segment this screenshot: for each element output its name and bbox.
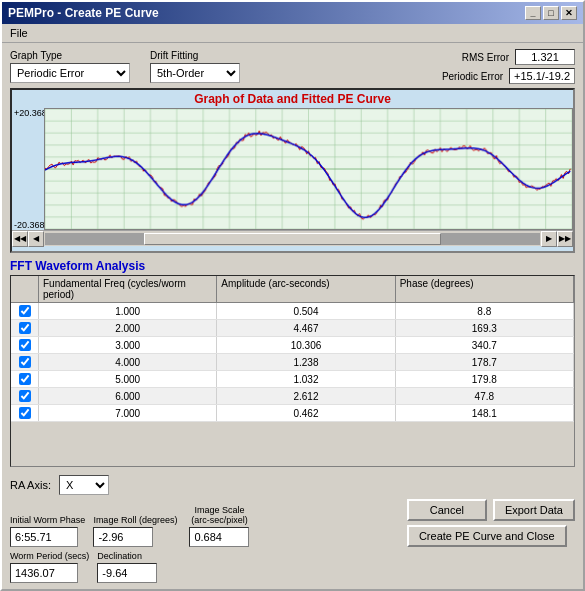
maximize-button[interactable]: □ bbox=[543, 6, 559, 20]
scroll-right-end[interactable]: ▶▶ bbox=[557, 231, 573, 247]
row-freq: 7.000 bbox=[39, 405, 217, 421]
top-controls: Graph Type Periodic Error Drift Fitting … bbox=[10, 49, 575, 84]
graph-type-label: Graph Type bbox=[10, 50, 130, 61]
worm-period-label: Worm Period (secs) bbox=[10, 551, 89, 561]
action-buttons: Cancel Export Data Create PE Curve and C… bbox=[407, 499, 575, 547]
close-button[interactable]: ✕ bbox=[561, 6, 577, 20]
image-roll-group: Image Roll (degrees) bbox=[93, 515, 177, 547]
table-row: 3.000 10.306 340.7 bbox=[11, 337, 574, 354]
row-checkbox[interactable] bbox=[19, 305, 31, 317]
row-freq: 2.000 bbox=[39, 320, 217, 336]
table-row: 7.000 0.462 148.1 bbox=[11, 405, 574, 422]
row-phase: 47.8 bbox=[396, 388, 574, 404]
row-check-cell[interactable] bbox=[11, 354, 39, 370]
row-phase: 8.8 bbox=[396, 303, 574, 319]
row-amplitude: 1.032 bbox=[217, 371, 395, 387]
row-freq: 3.000 bbox=[39, 337, 217, 353]
drift-fitting-group: Drift Fitting 5th-Order bbox=[150, 50, 240, 83]
declination-label: Declination bbox=[97, 551, 157, 561]
worm-period-input[interactable] bbox=[10, 563, 78, 583]
graph-title: Graph of Data and Fitted PE Curve bbox=[12, 90, 573, 108]
export-data-button[interactable]: Export Data bbox=[493, 499, 575, 521]
table-row: 5.000 1.032 179.8 bbox=[11, 371, 574, 388]
worm-phase-input[interactable] bbox=[10, 527, 78, 547]
row-checkbox[interactable] bbox=[19, 373, 31, 385]
row-freq: 1.000 bbox=[39, 303, 217, 319]
row-phase: 178.7 bbox=[396, 354, 574, 370]
graph-section: Graph of Data and Fitted PE Curve +20.36… bbox=[10, 88, 575, 253]
row-phase: 179.8 bbox=[396, 371, 574, 387]
create-pe-curve-button[interactable]: Create PE Curve and Close bbox=[407, 525, 567, 547]
periodic-error-label: Periodic Error bbox=[442, 71, 503, 82]
scroll-right[interactable]: ▶ bbox=[541, 231, 557, 247]
title-bar-buttons: _ □ ✕ bbox=[525, 6, 577, 20]
worm-period-group: Worm Period (secs) bbox=[10, 551, 89, 583]
worm-phase-label: Initial Worm Phase bbox=[10, 515, 85, 525]
graph-scrollbar: ◀◀ ◀ ▶ ▶▶ bbox=[12, 230, 573, 246]
graph-canvas bbox=[44, 108, 573, 230]
row-check-cell[interactable] bbox=[11, 320, 39, 336]
minimize-button[interactable]: _ bbox=[525, 6, 541, 20]
window-title: PEMPro - Create PE Curve bbox=[8, 6, 159, 20]
periodic-error-value: +15.1/-19.2 bbox=[509, 68, 575, 84]
row-phase: 169.3 bbox=[396, 320, 574, 336]
table-row: 4.000 1.238 178.7 bbox=[11, 354, 574, 371]
second-fields-row: Worm Period (secs) Declination bbox=[10, 551, 575, 583]
row-check-cell[interactable] bbox=[11, 337, 39, 353]
periodic-error-row: Periodic Error +15.1/-19.2 bbox=[442, 68, 575, 84]
row-checkbox[interactable] bbox=[19, 322, 31, 334]
table-body: 1.000 0.504 8.8 2.000 4.467 169.3 3.000 … bbox=[11, 303, 574, 466]
y-max-label: +20.368 bbox=[14, 108, 42, 118]
declination-input[interactable] bbox=[97, 563, 157, 583]
ra-axis-label: RA Axis: bbox=[10, 479, 51, 491]
ra-axis-select[interactable]: X bbox=[59, 475, 109, 495]
fft-section: FFT Waveform Analysis Fundamental Freq (… bbox=[10, 257, 575, 467]
table-header: Fundamental Freq (cycles/worm period) Am… bbox=[11, 276, 574, 303]
row-freq: 6.000 bbox=[39, 388, 217, 404]
bottom-controls: RA Axis: X Initial Worm Phase Image Roll… bbox=[10, 471, 575, 583]
fields-row: Initial Worm Phase Image Roll (degrees) … bbox=[10, 499, 575, 547]
image-roll-input[interactable] bbox=[93, 527, 153, 547]
scroll-track[interactable] bbox=[45, 233, 540, 245]
graph-type-select[interactable]: Periodic Error bbox=[10, 63, 130, 83]
image-scale-label: Image Scale(arc-sec/pixel) bbox=[189, 505, 249, 525]
row-amplitude: 4.467 bbox=[217, 320, 395, 336]
bottom-buttons-row: Create PE Curve and Close bbox=[407, 525, 575, 547]
row-checkbox[interactable] bbox=[19, 407, 31, 419]
menu-file[interactable]: File bbox=[6, 26, 32, 40]
image-scale-group: Image Scale(arc-sec/pixel) bbox=[189, 505, 249, 547]
row-check-cell[interactable] bbox=[11, 388, 39, 404]
rms-error-value: 1.321 bbox=[515, 49, 575, 65]
main-window: PEMPro - Create PE Curve _ □ ✕ File Grap… bbox=[0, 0, 585, 591]
ra-axis-row: RA Axis: X bbox=[10, 475, 575, 495]
image-roll-label: Image Roll (degrees) bbox=[93, 515, 177, 525]
row-check-cell[interactable] bbox=[11, 405, 39, 421]
row-checkbox[interactable] bbox=[19, 390, 31, 402]
title-bar: PEMPro - Create PE Curve _ □ ✕ bbox=[2, 2, 583, 24]
table-row: 6.000 2.612 47.8 bbox=[11, 388, 574, 405]
row-amplitude: 10.306 bbox=[217, 337, 395, 353]
image-scale-input[interactable] bbox=[189, 527, 249, 547]
col-header-phase: Phase (degrees) bbox=[396, 276, 574, 302]
main-content: Graph Type Periodic Error Drift Fitting … bbox=[2, 43, 583, 589]
scroll-left-start[interactable]: ◀◀ bbox=[12, 231, 28, 247]
row-check-cell[interactable] bbox=[11, 303, 39, 319]
cancel-button[interactable]: Cancel bbox=[407, 499, 487, 521]
scroll-thumb[interactable] bbox=[144, 233, 441, 245]
scroll-left[interactable]: ◀ bbox=[28, 231, 44, 247]
row-checkbox[interactable] bbox=[19, 356, 31, 368]
row-checkbox[interactable] bbox=[19, 339, 31, 351]
table-row: 2.000 4.467 169.3 bbox=[11, 320, 574, 337]
drift-fitting-label: Drift Fitting bbox=[150, 50, 240, 61]
row-amplitude: 1.238 bbox=[217, 354, 395, 370]
row-freq: 4.000 bbox=[39, 354, 217, 370]
row-check-cell[interactable] bbox=[11, 371, 39, 387]
rms-error-row: RMS Error 1.321 bbox=[462, 49, 575, 65]
table-row: 1.000 0.504 8.8 bbox=[11, 303, 574, 320]
top-buttons-row: Cancel Export Data bbox=[407, 499, 575, 521]
drift-fitting-select[interactable]: 5th-Order bbox=[150, 63, 240, 83]
row-phase: 340.7 bbox=[396, 337, 574, 353]
row-freq: 5.000 bbox=[39, 371, 217, 387]
rms-error-label: RMS Error bbox=[462, 52, 509, 63]
col-header-amp: Amplitude (arc-seconds) bbox=[217, 276, 395, 302]
